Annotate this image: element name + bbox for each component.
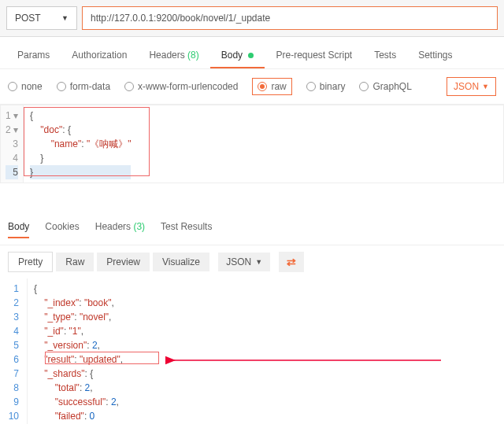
url-input[interactable]: http://127.0.0.1:9200/book/novel/1/_upda… <box>82 6 498 30</box>
resp-tab-tests[interactable]: Test Results <box>161 221 212 238</box>
resp-tab-body[interactable]: Body <box>8 221 29 238</box>
tab-authorization[interactable]: Authorization <box>61 43 138 68</box>
response-tabs: Body Cookies Headers (3) Test Results <box>0 215 504 245</box>
tab-params[interactable]: Params <box>6 43 61 68</box>
request-body-editor[interactable]: 1 ▾2 ▾345 { "doc": { "name": "《呐喊》" } } <box>0 105 504 183</box>
chevron-down-icon: ▼ <box>255 258 262 266</box>
radio-icon <box>57 82 66 91</box>
tab-body[interactable]: Body <box>210 43 265 68</box>
view-raw[interactable]: Raw <box>56 253 94 271</box>
response-language-select[interactable]: JSON ▼ <box>218 253 270 271</box>
chevron-down-icon: ▼ <box>61 14 69 22</box>
tab-tests[interactable]: Tests <box>363 43 407 68</box>
url-value: http://127.0.0.1:9200/book/novel/1/_upda… <box>91 13 270 24</box>
radio-icon <box>124 82 134 91</box>
body-language-select[interactable]: JSON ▼ <box>447 77 496 96</box>
http-method-value: POST <box>15 13 41 24</box>
radio-icon <box>359 82 369 91</box>
view-pretty[interactable]: Pretty <box>8 252 53 272</box>
code-area[interactable]: { "doc": { "name": "《呐喊》" } } <box>24 105 137 183</box>
headers-count: (8) <box>187 50 199 61</box>
tab-prerequest[interactable]: Pre-request Script <box>265 43 363 68</box>
http-method-select[interactable]: POST ▼ <box>6 6 77 30</box>
body-modified-dot-icon <box>248 53 254 58</box>
radio-formdata[interactable]: form-data <box>57 81 110 92</box>
radio-icon <box>258 82 267 91</box>
resp-headers-count: (3) <box>133 221 145 232</box>
response-gutter: 1234567891011121314 <box>0 278 27 424</box>
radio-xwww[interactable]: x-www-form-urlencoded <box>124 81 238 92</box>
request-tabs: Params Authorization Headers (8) Body Pr… <box>0 37 504 69</box>
resp-tab-cookies[interactable]: Cookies <box>45 221 79 238</box>
response-view-bar: Pretty Raw Preview Visualize JSON ▼ ⇄ <box>0 245 504 278</box>
tab-headers[interactable]: Headers (8) <box>138 43 209 68</box>
radio-binary[interactable]: binary <box>306 81 346 92</box>
view-visualize[interactable]: Visualize <box>153 253 209 271</box>
radio-none[interactable]: none <box>8 81 43 92</box>
radio-icon <box>8 82 17 91</box>
radio-icon <box>306 82 316 91</box>
radio-graphql[interactable]: GraphQL <box>359 81 411 92</box>
radio-raw[interactable]: raw <box>252 78 291 95</box>
tab-settings[interactable]: Settings <box>407 43 463 68</box>
wrap-lines-icon[interactable]: ⇄ <box>279 252 304 272</box>
resp-tab-headers[interactable]: Headers (3) <box>95 221 145 238</box>
response-body-editor[interactable]: 1234567891011121314 { "_index": "book", … <box>0 278 504 424</box>
line-gutter: 1 ▾2 ▾345 <box>1 105 24 183</box>
response-code-area: { "_index": "book", "_type": "novel", "_… <box>27 278 504 424</box>
view-preview[interactable]: Preview <box>97 253 150 271</box>
chevron-down-icon: ▼ <box>482 83 489 90</box>
body-type-row: none form-data x-www-form-urlencoded raw… <box>0 69 504 105</box>
